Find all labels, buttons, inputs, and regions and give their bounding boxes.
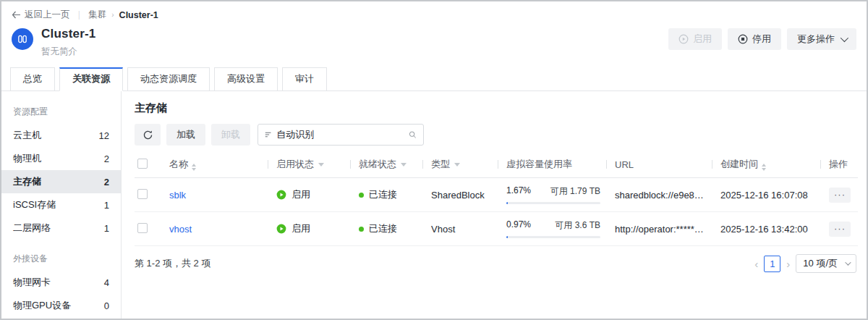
sort-icon <box>192 164 196 171</box>
breadcrumb-chevron-icon: › <box>111 11 114 19</box>
header-text: Cluster-1 暂无简介 <box>41 27 96 58</box>
ready-status: 已连接 <box>359 188 417 201</box>
storage-type: SharedBlock <box>422 178 498 212</box>
column-label: 创建时间 <box>720 159 758 169</box>
load-button[interactable]: 加载 <box>166 124 205 146</box>
enable-button-label: 启用 <box>693 33 712 46</box>
sidebar-item-label: 云主机 <box>13 129 41 142</box>
column-header-created[interactable]: 创建时间 <box>712 151 820 178</box>
column-header-ready-status[interactable]: 就绪状态 <box>350 151 422 178</box>
ready-status-label: 已连接 <box>369 188 397 201</box>
storage-url: http://operator:*****@172.25... <box>606 212 712 246</box>
enable-button[interactable]: 启用 <box>668 28 722 50</box>
sidebar-item-physical-gpu[interactable]: 物理GPU设备 0 <box>1 294 121 317</box>
unload-button[interactable]: 卸载 <box>211 124 250 146</box>
filter-icon <box>401 163 407 167</box>
filter-icon <box>454 163 460 167</box>
primary-storage-table: 名称 启用状态 就绪状态 类型 虚拟容量使用率 URL 创建时间 操作 sblk <box>135 151 858 246</box>
column-header-name[interactable]: 名称 <box>161 151 268 178</box>
table-footer: 第 1-2 项，共 2 项 ‹ 1 › 10 项/页 <box>135 254 858 273</box>
sidebar-section-title: 外接设备 <box>1 248 121 271</box>
enabled-status-label: 启用 <box>292 188 310 201</box>
column-label: 操作 <box>829 159 848 169</box>
storage-name-link[interactable]: vhost <box>169 224 192 235</box>
next-page-button[interactable]: › <box>786 258 790 269</box>
connected-dot-icon <box>359 193 364 198</box>
page-number-button[interactable]: 1 <box>764 256 780 272</box>
column-header-enabled-status[interactable]: 启用状态 <box>268 151 350 178</box>
storage-type: Vhost <box>422 212 498 246</box>
back-label: 返回上一页 <box>25 9 70 21</box>
created-time: 2025-12-16 13:42:00 <box>712 212 820 246</box>
sidebar-item-label: iSCSI存储 <box>13 198 56 211</box>
row-more-actions-button[interactable]: ··· <box>829 222 851 237</box>
disable-button[interactable]: 停用 <box>728 28 781 50</box>
sidebar-item-primary-storage[interactable]: 主存储 2 <box>1 170 121 193</box>
sidebar-section-external-devices: 外接设备 物理网卡 4 物理GPU设备 0 vGPU设备 0 USB设备 2 <box>1 248 121 319</box>
row-checkbox[interactable] <box>137 223 148 233</box>
usage-cell: 0.97%可用 3.6 TB <box>498 212 606 246</box>
column-label: URL <box>615 159 634 170</box>
sidebar-item-hosts[interactable]: 物理机 2 <box>1 147 121 170</box>
created-time: 2025-12-16 16:07:08 <box>712 178 820 212</box>
usage-available: 可用 1.79 TB <box>550 185 600 198</box>
breadcrumb: 返回上一页 ｜ 集群 › Cluster-1 <box>1 1 867 21</box>
page-header: Cluster-1 暂无简介 启用 停用 更多操作 <box>1 21 867 58</box>
usage-bar-fill <box>506 202 508 204</box>
breadcrumb-section[interactable]: 集群 <box>88 9 106 21</box>
sidebar-item-l2-network[interactable]: 二层网络 1 <box>1 216 121 240</box>
tab-overview[interactable]: 总览 <box>10 67 55 91</box>
search-icon <box>409 130 417 140</box>
page-size-select[interactable]: 10 项/页 <box>796 254 856 273</box>
load-button-label: 加载 <box>176 128 195 141</box>
select-all-checkbox[interactable] <box>137 159 148 169</box>
usage-bar <box>506 236 600 238</box>
ready-status: 已连接 <box>359 222 417 235</box>
tab-drs[interactable]: 动态资源调度 <box>127 67 210 91</box>
prev-page-button[interactable]: ‹ <box>754 258 758 269</box>
cluster-icon <box>12 28 33 50</box>
tab-bar: 总览 关联资源 动态资源调度 高级设置 审计 <box>1 67 867 91</box>
sidebar-item-vms[interactable]: 云主机 12 <box>1 124 121 147</box>
page-size-label: 10 项/页 <box>803 257 838 270</box>
column-label: 虚拟容量使用率 <box>506 159 572 169</box>
refresh-button[interactable] <box>135 124 161 146</box>
sidebar-section-resources: 资源配置 云主机 12 物理机 2 主存储 2 iSCSI存储 1 <box>1 101 121 240</box>
sidebar-item-vgpu[interactable]: vGPU设备 0 <box>1 317 121 319</box>
search-input[interactable] <box>276 130 404 140</box>
back-link[interactable]: 返回上一页 <box>12 9 70 21</box>
breadcrumb-current: Cluster-1 <box>119 10 158 20</box>
cluster-detail-page: 返回上一页 ｜ 集群 › Cluster-1 Cluster-1 暂无简介 启用… <box>0 0 868 320</box>
enabled-status: 启用 <box>276 188 344 201</box>
pagination: ‹ 1 › 10 项/页 <box>754 254 856 273</box>
storage-name-link[interactable]: sblk <box>169 190 186 201</box>
page-title: Cluster-1 <box>41 27 96 41</box>
tab-related-resources[interactable]: 关联资源 <box>59 67 123 91</box>
table-header-row: 名称 启用状态 就绪状态 类型 虚拟容量使用率 URL 创建时间 操作 <box>135 151 858 178</box>
row-checkbox[interactable] <box>137 189 148 199</box>
usage-percent: 1.67% <box>506 185 531 198</box>
unload-button-label: 卸载 <box>221 128 240 141</box>
ready-status-label: 已连接 <box>369 222 397 235</box>
chevron-down-icon <box>845 259 851 265</box>
sidebar-item-label: 主存储 <box>13 175 41 188</box>
sidebar-item-label: 二层网络 <box>13 222 51 235</box>
sidebar: 资源配置 云主机 12 物理机 2 主存储 2 iSCSI存储 1 <box>1 91 122 319</box>
enabled-status-icon <box>276 224 286 234</box>
search-box[interactable] <box>258 124 424 146</box>
sidebar-item-label: 物理网卡 <box>13 276 51 289</box>
sidebar-item-label: 物理GPU设备 <box>13 299 71 312</box>
column-header-action: 操作 <box>820 151 858 178</box>
sort-icon <box>762 164 766 171</box>
column-label: 就绪状态 <box>359 159 396 169</box>
more-actions-button[interactable]: 更多操作 <box>787 28 856 50</box>
tab-audit[interactable]: 审计 <box>282 67 327 91</box>
tab-advanced-settings[interactable]: 高级设置 <box>214 67 278 91</box>
column-header-type[interactable]: 类型 <box>422 151 498 178</box>
row-more-actions-button[interactable]: ··· <box>829 188 851 203</box>
breadcrumb-divider: ｜ <box>75 9 84 21</box>
more-actions-label: 更多操作 <box>797 33 835 46</box>
table-row: vhost 启用 已连接 Vhost 0.97%可用 3.6 TB http:/… <box>135 212 858 246</box>
sidebar-item-physical-nic[interactable]: 物理网卡 4 <box>1 271 121 294</box>
sidebar-item-iscsi-storage[interactable]: iSCSI存储 1 <box>1 193 121 216</box>
